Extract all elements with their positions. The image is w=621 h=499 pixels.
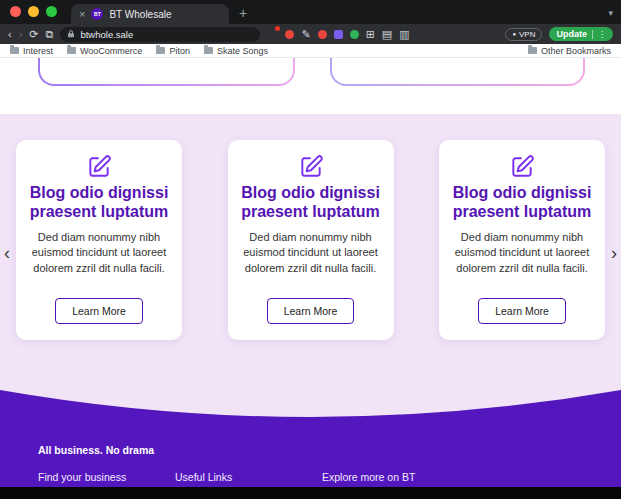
bookmark-folder-interest[interactable]: Interest — [10, 46, 53, 56]
fullscreen-window-button[interactable] — [46, 6, 57, 17]
update-menu-icon[interactable]: ⋮ — [598, 30, 606, 39]
blog-card: Blog odio dignissi praesent luptatum Ded… — [439, 140, 605, 340]
tab-search-chevron-icon[interactable]: ▾ — [608, 8, 613, 18]
folder-icon — [156, 47, 165, 54]
gradient-card-left — [38, 58, 295, 86]
blog-card-body: Ded diam nonummy nibh euismod tincidunt … — [26, 230, 172, 276]
extensions-grid-icon[interactable]: ⊞ — [366, 29, 375, 40]
reload-icon[interactable]: ⟳ — [29, 29, 38, 40]
url-text: btwhole.sale — [80, 29, 253, 40]
bookmarks-bar: Interest WooCommerce Piton Skate Songs O… — [0, 44, 621, 58]
edit-pencil-icon[interactable]: ✎ — [301, 29, 310, 40]
page-content: ‹ Blog odio dignissi praesent luptatum D… — [0, 58, 621, 487]
browser-window: × BT BT Wholesale + ▾ ‹ › ⟳ ⧉ btwhole.sa… — [0, 0, 621, 499]
blog-card: Blog odio dignissi praesent luptatum Ded… — [16, 140, 182, 340]
other-bookmarks[interactable]: Other Bookmarks — [528, 46, 611, 56]
update-button[interactable]: Update ⋮ — [549, 27, 613, 41]
bookmark-folder-woocommerce[interactable]: WooCommerce — [67, 46, 142, 56]
carousel-next-icon[interactable]: › — [609, 242, 619, 264]
footer-link-useful-links[interactable]: Useful Links — [175, 471, 322, 483]
learn-more-button[interactable]: Learn More — [267, 298, 355, 324]
vpn-status-icon: ● — [512, 31, 516, 37]
extension-purple-icon[interactable] — [334, 30, 343, 39]
extension-adblock-icon[interactable] — [318, 30, 327, 39]
blog-card-body: Ded diam nonummy nibh euismod tincidunt … — [449, 230, 595, 276]
page-footer: All business. No drama Find your busines… — [0, 432, 621, 487]
reading-list-icon[interactable]: ▥ — [399, 29, 409, 40]
compose-icon — [509, 154, 535, 180]
blog-cards: Blog odio dignissi praesent luptatum Ded… — [0, 140, 621, 340]
footer-tagline: All business. No drama — [38, 444, 621, 456]
footer-wave — [0, 386, 621, 432]
lock-icon — [67, 30, 75, 38]
folder-icon — [67, 47, 76, 54]
vpn-button[interactable]: ● VPN — [505, 28, 542, 41]
browser-tab[interactable]: × BT BT Wholesale — [71, 4, 229, 24]
footer-columns: Find your business Useful Links Explore … — [38, 471, 621, 483]
window-controls — [10, 6, 57, 17]
footer-link-find-your-business[interactable]: Find your business — [38, 471, 175, 483]
shield-badge — [275, 26, 280, 31]
carousel-prev-icon[interactable]: ‹ — [2, 242, 12, 264]
folder-icon — [204, 47, 213, 54]
minimize-window-button[interactable] — [28, 6, 39, 17]
bt-favicon: BT — [91, 8, 103, 20]
tab-close-icon[interactable]: × — [79, 9, 85, 20]
forward-icon[interactable]: › — [19, 29, 23, 40]
folder-icon — [10, 47, 19, 54]
extension-green-icon[interactable] — [350, 30, 359, 39]
back-icon[interactable]: ‹ — [8, 29, 12, 40]
address-bar[interactable]: btwhole.sale — [60, 27, 260, 42]
compose-icon — [298, 154, 324, 180]
new-tab-button[interactable]: + — [239, 5, 247, 21]
compose-icon — [86, 154, 112, 180]
update-label: Update — [556, 29, 587, 39]
browser-toolbar: ‹ › ⟳ ⧉ btwhole.sale ✎ ⊞ ▤ ▥ ● VPN Updat… — [0, 24, 621, 44]
blog-card-title: Blog odio dignissi praesent luptatum — [238, 184, 384, 222]
tab-title: BT Wholesale — [109, 9, 171, 20]
blog-card: Blog odio dignissi praesent luptatum Ded… — [228, 140, 394, 340]
learn-more-button[interactable]: Learn More — [55, 298, 143, 324]
footer-link-explore-bt[interactable]: Explore more on BT — [322, 471, 415, 483]
learn-more-button[interactable]: Learn More — [478, 298, 566, 324]
blog-card-title: Blog odio dignissi praesent luptatum — [449, 184, 595, 222]
blog-card-title: Blog odio dignissi praesent luptatum — [26, 184, 172, 222]
gradient-card-right — [330, 58, 585, 86]
tab-strip: × BT BT Wholesale + ▾ — [0, 0, 621, 24]
window-bottom-edge — [0, 487, 621, 499]
blog-card-body: Ded diam nonummy nibh euismod tincidunt … — [238, 230, 384, 276]
scrolled-cards-bottom — [0, 58, 621, 114]
vpn-label: VPN — [519, 30, 535, 39]
bookmark-icon[interactable]: ⧉ — [46, 29, 54, 40]
bookmark-folder-skate-songs[interactable]: Skate Songs — [204, 46, 268, 56]
blog-carousel-section: ‹ Blog odio dignissi praesent luptatum D… — [0, 114, 621, 432]
sidebar-icon[interactable]: ▤ — [382, 29, 392, 40]
folder-icon — [528, 47, 537, 54]
brave-shield-icon[interactable] — [267, 28, 278, 40]
close-window-button[interactable] — [10, 6, 21, 17]
extension-red-icon[interactable] — [285, 30, 294, 39]
bookmark-folder-piton[interactable]: Piton — [156, 46, 190, 56]
